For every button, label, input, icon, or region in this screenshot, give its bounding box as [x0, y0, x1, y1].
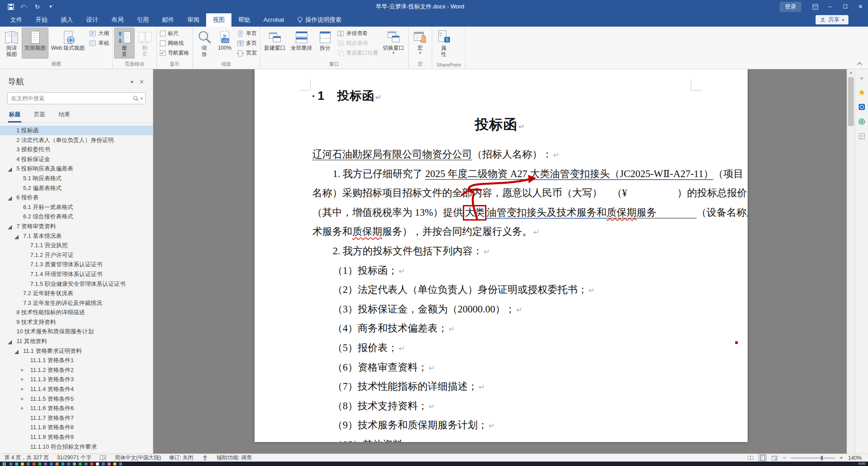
- web-layout-view-icon[interactable]: [771, 454, 778, 461]
- ribbon-button-大纲[interactable]: 大纲: [89, 29, 109, 38]
- nav-heading-item[interactable]: 7 资格审查资料: [0, 221, 153, 231]
- zoom-slider-thumb[interactable]: [821, 456, 823, 460]
- taskbar-app-icon[interactable]: [113, 462, 116, 466]
- word-count[interactable]: 31/29071 个字: [57, 454, 91, 462]
- expand-triangle-icon[interactable]: [21, 387, 24, 391]
- zoom-in-icon[interactable]: +: [840, 454, 843, 461]
- zoom-out-icon[interactable]: −: [783, 454, 786, 461]
- nav-heading-item[interactable]: 11.1 资格要求证明资料: [0, 346, 153, 356]
- taskbar-app-icon[interactable]: [44, 462, 47, 466]
- nav-heading-item[interactable]: 9 技术支持资料: [0, 317, 153, 327]
- nav-heading-item[interactable]: 7.1.5 职业健康安全管理体系认证证书: [0, 279, 153, 289]
- ribbon-button-垂直[interactable]: 垂 直: [114, 28, 135, 59]
- collapse-ribbon-icon[interactable]: [856, 61, 864, 67]
- collapse-triangle-icon[interactable]: [8, 196, 12, 201]
- nav-heading-item[interactable]: 11.1.2 资格条件2: [0, 365, 153, 375]
- collapse-triangle-icon[interactable]: [8, 340, 12, 344]
- ribbon-button-拆分[interactable]: 拆分: [315, 28, 335, 59]
- taskbar-app-icon[interactable]: [108, 462, 111, 466]
- nav-heading-item[interactable]: 5 投标响应表及偏差表: [0, 164, 153, 174]
- nav-heading-item[interactable]: 5.2 偏差表格式: [0, 183, 153, 193]
- zoom-level[interactable]: 140%: [848, 455, 862, 461]
- nav-heading-item[interactable]: 11.1.7 资格条件7: [0, 413, 153, 423]
- ribbon-button-新建窗口[interactable]: 新建窗口: [262, 28, 288, 59]
- taskbar-app-icon[interactable]: [119, 462, 122, 466]
- ribbon-button-页宽[interactable]: 页宽: [237, 49, 257, 57]
- globe-icon[interactable]: [858, 118, 866, 126]
- taskbar-app-icon[interactable]: [32, 462, 36, 466]
- nav-heading-item[interactable]: 4 投标保证金: [0, 154, 153, 164]
- expand-triangle-icon[interactable]: [21, 397, 24, 400]
- favorites-star-icon[interactable]: [858, 88, 866, 96]
- taskbar-app-icon[interactable]: [9, 462, 12, 466]
- tab-mailings[interactable]: 邮件: [155, 13, 181, 27]
- save-icon[interactable]: [7, 3, 14, 10]
- checkbox-网格线[interactable]: 网格线: [160, 39, 189, 47]
- nav-heading-item[interactable]: 11.1.3 资格条件3: [0, 375, 153, 384]
- scroll-up-icon[interactable]: ▲: [847, 70, 855, 75]
- navigation-options-icon[interactable]: ▾: [127, 79, 137, 85]
- taskbar-app-icon[interactable]: [67, 462, 70, 466]
- notes-icon[interactable]: [858, 132, 866, 140]
- taskbar-app-icon[interactable]: [84, 462, 88, 466]
- document-canvas[interactable]: ▪1 投标函↵ 投标函↵ 辽河石油勘探局有限公司物资分公司（招标人名称）：↵1.…: [153, 69, 847, 454]
- tab-design[interactable]: 设计: [80, 13, 105, 27]
- checkbox-icon[interactable]: [160, 31, 166, 36]
- start-button-icon[interactable]: [3, 462, 7, 466]
- taskbar-app-icon[interactable]: [73, 462, 76, 466]
- nav-heading-item[interactable]: 11.1.8 资格条件8: [0, 423, 153, 432]
- redo-icon[interactable]: ↻: [34, 3, 41, 10]
- ribbon-button-阅读视图[interactable]: 阅读 视图: [1, 28, 22, 59]
- ribbon-button-Web 版式视图[interactable]: Web 版式视图: [48, 28, 88, 59]
- collapse-triangle-icon[interactable]: [14, 235, 19, 239]
- tab-references[interactable]: 引用: [130, 13, 155, 27]
- print-layout-view-icon[interactable]: [759, 454, 766, 461]
- ribbon-button-并排查看[interactable]: 并排查看: [337, 29, 378, 38]
- nav-heading-item[interactable]: 11.1.1 资格条件1: [0, 355, 153, 365]
- taskbar-app-icon[interactable]: [27, 462, 30, 466]
- nav-tab-结果[interactable]: 结果: [58, 109, 71, 122]
- ribbon-button-缩放[interactable]: 缩 放: [194, 28, 215, 59]
- expand-triangle-icon[interactable]: [21, 378, 24, 381]
- read-mode-view-icon[interactable]: [747, 454, 754, 461]
- taskbar-app-icon[interactable]: [96, 462, 99, 466]
- scrollbar-thumb[interactable]: [848, 77, 854, 126]
- close-navigation-icon[interactable]: ✕: [137, 79, 147, 85]
- tab-file[interactable]: 文件: [4, 13, 29, 27]
- ribbon-button-全部重排[interactable]: 全部重排: [288, 28, 315, 59]
- taskbar-app-icon[interactable]: [61, 462, 64, 466]
- checkbox-导航窗格[interactable]: ✓导航窗格: [160, 49, 189, 57]
- checkbox-icon[interactable]: [160, 40, 166, 46]
- restore-button[interactable]: ☐: [838, 0, 853, 13]
- nav-heading-item[interactable]: 7.2 近年财务状况表: [0, 288, 153, 298]
- zoom-slider[interactable]: [791, 458, 835, 458]
- nav-heading-item[interactable]: 7.1 基本情况表: [0, 231, 153, 241]
- customize-quick-access-icon[interactable]: ▼̄: [47, 3, 54, 10]
- nav-heading-item[interactable]: 11.1.9 资格条件9: [0, 432, 153, 442]
- nav-heading-item[interactable]: 10 技术服务和质保期服务计划: [0, 327, 153, 336]
- nav-heading-item[interactable]: 11.1.6 资格条件6: [0, 403, 153, 413]
- taskbar-app-icon[interactable]: [21, 462, 24, 466]
- nav-heading-item[interactable]: 7.1.2 开户许可证: [0, 250, 153, 260]
- taskbar-app-icon[interactable]: [102, 462, 105, 466]
- nav-heading-item[interactable]: 7.1.3 质量管理体系认证证书: [0, 260, 153, 269]
- sign-in-button[interactable]: 登录: [780, 2, 801, 12]
- search-input[interactable]: [11, 95, 133, 102]
- nav-heading-item[interactable]: 11.1.4 资格条件4: [0, 384, 153, 394]
- tab-help[interactable]: 帮助: [231, 13, 257, 27]
- nav-heading-item[interactable]: 7.1.4 环境管理体系认证证书: [0, 269, 153, 279]
- search-options-caret-icon[interactable]: ▾: [140, 96, 143, 101]
- collapse-panel-icon[interactable]: «: [858, 74, 866, 82]
- tab-acrobat[interactable]: Acrobat: [257, 13, 291, 27]
- accessibility-status[interactable]: 辅助功能: 调查: [217, 454, 252, 462]
- nav-tab-标题[interactable]: 标题: [8, 109, 21, 122]
- share-button[interactable]: 共享 ▾: [816, 15, 848, 24]
- taskbar-app-icon[interactable]: [56, 462, 59, 466]
- ribbon-button-属性[interactable]: S属 性: [434, 28, 454, 59]
- ribbon-button-切换窗口[interactable]: 切换窗口▾: [380, 28, 407, 59]
- nav-tab-页面[interactable]: 页面: [33, 109, 46, 122]
- expand-triangle-icon[interactable]: [21, 368, 24, 371]
- ribbon-button-多页[interactable]: 多页: [237, 39, 257, 47]
- ribbon-button-草稿[interactable]: 草稿: [89, 39, 109, 47]
- nav-heading-item[interactable]: 11 其他资料: [0, 336, 153, 346]
